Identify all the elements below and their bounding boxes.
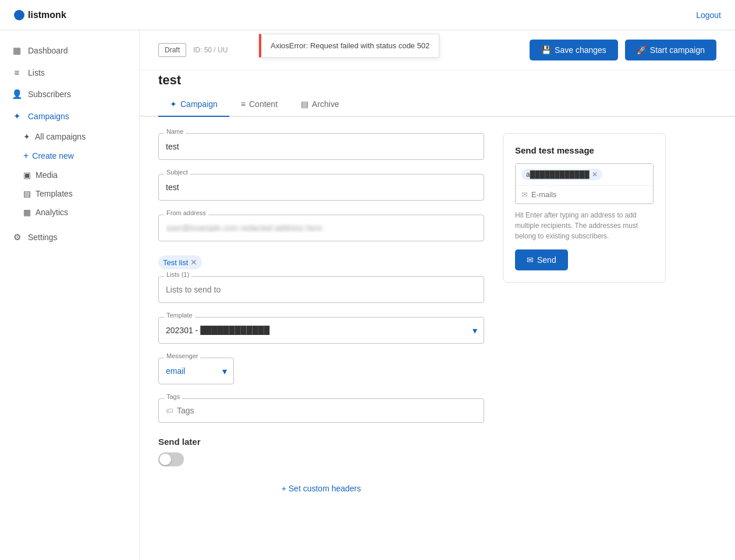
tab-campaign[interactable]: ✦ Campaign (158, 92, 229, 117)
send-later-label: Send later (158, 437, 484, 447)
dashboard-icon: ▦ (12, 45, 22, 56)
messenger-select-wrapper: email ▾ (158, 358, 234, 384)
name-field-group: Name (158, 133, 484, 160)
sidebar-label-all-campaigns: All campaigns (35, 132, 86, 141)
logo: listmonk (14, 10, 66, 20)
tab-content[interactable]: ≡ Content (229, 92, 289, 117)
sidebar-label-analytics: Analytics (35, 208, 68, 217)
list-chips: Test list ✕ (158, 255, 484, 272)
sidebar-item-templates[interactable]: ▤ Templates (23, 184, 139, 203)
send-later-section: Send later (158, 437, 484, 466)
error-banner: AxiosError: Request failed with status c… (259, 34, 439, 58)
sidebar-label-dashboard: Dashboard (28, 46, 68, 55)
page-title: test (140, 70, 735, 92)
from-address-input[interactable] (158, 215, 484, 241)
test-message-title: Send test message (515, 145, 654, 155)
subject-input[interactable] (158, 174, 484, 201)
email-tag-text: a████████████ (526, 170, 590, 179)
draft-badge: Draft (158, 43, 186, 57)
tab-content-label: Content (249, 99, 278, 109)
sidebar-label-create-new: Create new (32, 151, 74, 160)
start-label: Start campaign (650, 45, 705, 55)
sidebar: ▦ Dashboard ≡ Lists 👤 Subscribers ✦ Camp… (0, 30, 140, 560)
tags-label: Tags (164, 393, 182, 400)
name-label: Name (164, 128, 186, 135)
start-campaign-button[interactable]: 🚀 Start campaign (625, 40, 716, 60)
sidebar-item-all-campaigns[interactable]: ✦ All campaigns (23, 127, 139, 146)
chip-remove-icon[interactable]: ✕ (190, 258, 197, 267)
tags-field-group: Tags 🏷 (158, 398, 484, 423)
content-tab-icon: ≡ (241, 99, 246, 109)
sidebar-item-analytics[interactable]: ▦ Analytics (23, 203, 139, 222)
send-button[interactable]: ✉ Send (515, 249, 568, 270)
sidebar-label-media: Media (35, 170, 58, 180)
tab-campaign-label: Campaign (180, 99, 218, 109)
lists-wrapper: Test list ✕ Lists (1) (158, 255, 484, 303)
from-address-label: From address (164, 209, 208, 216)
top-nav: listmonk Logout (0, 0, 735, 30)
sidebar-label-campaigns: Campaigns (28, 112, 69, 121)
template-select-wrapper: 202301 - ████████████ ▾ (158, 317, 484, 344)
campaign-tab-icon: ✦ (170, 99, 177, 109)
lists-label: Lists (1) (164, 271, 191, 278)
subject-field-group: Subject (158, 174, 484, 201)
sidebar-item-campaigns[interactable]: ✦ Campaigns (0, 105, 139, 127)
email-tag: a████████████ ✕ (521, 169, 602, 180)
chip-label: Test list (163, 258, 188, 267)
email-input[interactable] (531, 190, 647, 199)
save-changes-button[interactable]: 💾 Save changes (530, 40, 618, 60)
campaign-form: Name Subject From address (158, 133, 484, 499)
page-header-left: Draft ID: 50 / UU (158, 43, 228, 57)
lists-input[interactable] (158, 276, 484, 303)
hint-text: Hit Enter after typing an address to add… (515, 210, 654, 241)
from-address-field-group: From address (158, 215, 484, 241)
sidebar-item-subscribers[interactable]: 👤 Subscribers (0, 83, 139, 105)
media-icon: ▣ (23, 170, 31, 180)
tab-archive[interactable]: ▤ Archive (289, 92, 351, 117)
lists-field-group: Lists (1) (158, 276, 484, 303)
envelope-icon: ✉ (521, 190, 528, 199)
name-input[interactable] (158, 133, 484, 160)
send-label: Send (537, 255, 556, 265)
sidebar-label-lists: Lists (28, 68, 45, 77)
send-icon: ✉ (527, 255, 534, 265)
tab-archive-label: Archive (312, 99, 339, 109)
toggle-knob (159, 454, 171, 465)
main-content: Draft ID: 50 / UU 💾 Save changes 🚀 Start… (140, 30, 735, 560)
logout-button[interactable]: Logout (696, 10, 721, 20)
sidebar-label-settings: Settings (28, 233, 58, 242)
messenger-select[interactable]: email (158, 358, 234, 384)
test-list-chip: Test list ✕ (158, 255, 202, 269)
lists-icon: ≡ (12, 67, 22, 77)
settings-icon: ⚙ (12, 232, 22, 242)
tabs-bar: ✦ Campaign ≡ Content ▤ Archive (140, 92, 735, 117)
archive-tab-icon: ▤ (301, 99, 308, 109)
send-later-toggle[interactable] (158, 452, 184, 466)
sidebar-item-media[interactable]: ▣ Media (23, 166, 139, 184)
custom-headers-link[interactable]: + Set custom headers (158, 478, 484, 499)
template-label: Template (164, 312, 195, 319)
send-test-panel: Send test message a████████████ ✕ ✉ (503, 133, 666, 499)
logo-circle (14, 10, 24, 20)
sidebar-item-lists[interactable]: ≡ Lists (0, 62, 139, 83)
email-input-wrapper: a████████████ ✕ ✉ (515, 163, 654, 204)
email-tag-remove[interactable]: ✕ (592, 170, 598, 179)
subject-label: Subject (164, 169, 190, 176)
sidebar-item-dashboard[interactable]: ▦ Dashboard (0, 40, 139, 62)
analytics-icon: ▦ (23, 208, 31, 217)
header-actions: 💾 Save changes 🚀 Start campaign (530, 40, 716, 60)
error-message: AxiosError: Request failed with status c… (271, 41, 429, 50)
all-campaigns-icon: ✦ (23, 132, 30, 141)
email-tag-row: a████████████ ✕ (516, 164, 653, 185)
plus-icon: + (23, 151, 29, 161)
sidebar-item-create-new[interactable]: + Create new (23, 146, 139, 166)
sidebar-item-settings[interactable]: ⚙ Settings (0, 226, 139, 248)
campaigns-icon: ✦ (12, 111, 22, 122)
tags-input-wrapper: 🏷 (158, 398, 484, 423)
app-name: listmonk (28, 10, 66, 20)
campaigns-submenu: ✦ All campaigns + Create new ▣ Media ▤ T… (0, 127, 139, 222)
save-label: Save changes (555, 45, 606, 55)
tags-input[interactable] (177, 406, 477, 415)
rocket-icon: 🚀 (637, 45, 647, 55)
template-select[interactable]: 202301 - ████████████ (158, 317, 484, 344)
